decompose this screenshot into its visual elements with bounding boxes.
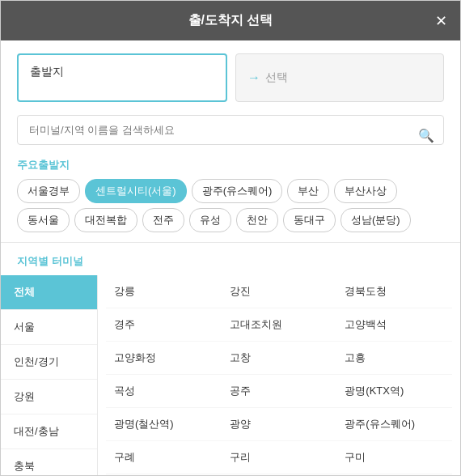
popular-tag-dong-daegu[interactable]: 동대구 [283, 208, 336, 232]
terminal-item[interactable]: 고흥 [336, 342, 452, 375]
popular-tag-central-city[interactable]: 센트럴시티(서울) [85, 179, 187, 203]
divider [1, 242, 460, 243]
terminal-item[interactable]: 경북도청 [336, 275, 452, 308]
popular-tag-seongnam[interactable]: 성남(분당) [340, 208, 411, 232]
terminal-item[interactable]: 광주(유스퀘어) [336, 408, 452, 441]
terminal-item[interactable]: 구리 [222, 441, 337, 474]
departure-label: 출발지 [30, 65, 64, 78]
modal-container: 출/도착지 선택 ✕ 출발지 → 선택 🔍 주요출발지 서울경부센트럴시티(서울… [0, 0, 461, 476]
terminal-item[interactable]: 광양 [222, 408, 337, 441]
terminal-item[interactable]: 김제 [336, 474, 452, 475]
region-item-daejeon-chungnam[interactable]: 대전/충남 [1, 414, 97, 449]
popular-tag-busan-saha[interactable]: 부산사상 [334, 179, 397, 203]
terminal-item[interactable]: 군산 [106, 474, 222, 475]
regional-section-label: 지역별 터미널 [1, 251, 460, 275]
region-item-seoul[interactable]: 서울 [1, 310, 97, 345]
popular-tag-dong-seoul[interactable]: 동서울 [17, 208, 70, 232]
terminal-item[interactable]: 구미 [336, 441, 452, 474]
popular-tag-yuseong[interactable]: 유성 [189, 208, 231, 232]
region-item-incheon-gyeonggi[interactable]: 인천/경기 [1, 345, 97, 380]
terminal-item[interactable]: 경주 [106, 308, 222, 342]
region-item-all[interactable]: 전체 [1, 275, 97, 310]
terminal-item[interactable]: 광명(KTX역) [336, 375, 452, 408]
dep-arr-section: 출발지 → 선택 [1, 40, 460, 115]
modal-title: 출/도착지 선택 [188, 13, 273, 27]
region-item-gangwon[interactable]: 강원 [1, 380, 97, 414]
terminal-item[interactable]: 광명(철산역) [106, 408, 222, 441]
terminal-item[interactable]: 고양화정 [106, 342, 222, 375]
region-item-chungbuk[interactable]: 충북 [1, 449, 97, 475]
search-icon: 🔍 [418, 127, 434, 142]
popular-tag-busan[interactable]: 부산 [287, 179, 329, 203]
arrow-icon: → [247, 70, 260, 85]
search-section: 🔍 [1, 115, 460, 155]
popular-tag-seoul-gyeongbu[interactable]: 서울경부 [17, 179, 80, 203]
popular-tag-cheonan[interactable]: 천안 [236, 208, 278, 232]
terminal-item[interactable]: 고창 [222, 342, 337, 375]
terminal-section: 전체서울인천/경기강원대전/충남충북광주/전남 강릉강진경북도청경주고대조치원고… [1, 275, 460, 475]
arrival-label: 선택 [265, 70, 288, 85]
terminal-item[interactable]: 고대조치원 [222, 308, 337, 342]
popular-tag-gwangju-usquare[interactable]: 광주(유스퀘어) [192, 179, 283, 203]
close-button[interactable]: ✕ [435, 14, 447, 28]
popular-tags-container: 서울경부센트럴시티(서울)광주(유스퀘어)부산부산사상동서울대전복합전주유성천안… [1, 179, 460, 242]
modal-header: 출/도착지 선택 ✕ [1, 1, 460, 40]
terminal-list: 강릉강진경북도청경주고대조치원고양백석고양화정고창고흥곡성공주광명(KTX역)광… [98, 275, 460, 475]
terminal-item[interactable]: 고양백석 [336, 308, 452, 342]
region-list: 전체서울인천/경기강원대전/충남충북광주/전남 [1, 275, 98, 475]
popular-section-label: 주요출발지 [1, 155, 460, 179]
popular-tag-jeonju[interactable]: 전주 [142, 208, 184, 232]
terminal-item[interactable]: 강릉 [106, 275, 222, 308]
terminal-item[interactable]: 공주 [222, 375, 337, 408]
terminal-item[interactable]: 구례 [106, 441, 222, 474]
popular-tag-daejeon-buk[interactable]: 대전복합 [74, 208, 137, 232]
departure-box[interactable]: 출발지 [17, 53, 227, 102]
arrival-box[interactable]: → 선택 [235, 53, 444, 102]
terminal-item[interactable]: 금산 [222, 474, 337, 475]
terminal-item[interactable]: 강진 [222, 275, 337, 308]
terminal-grid: 강릉강진경북도청경주고대조치원고양백석고양화정고창고흥곡성공주광명(KTX역)광… [106, 275, 452, 475]
search-input[interactable] [17, 115, 444, 145]
terminal-item[interactable]: 곡성 [106, 375, 222, 408]
